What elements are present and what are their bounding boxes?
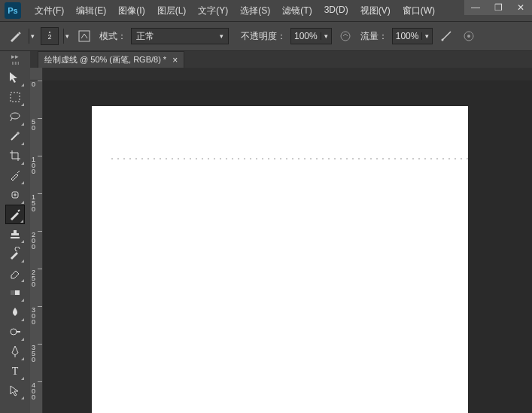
- brush-panel-icon[interactable]: [75, 27, 93, 45]
- lasso-tool[interactable]: [5, 107, 25, 126]
- options-bar: ▾ 2 ▾ 模式： 正常 ▾ 不透明度： 100% ▾ 流量： 100% ▾: [0, 22, 532, 51]
- menu-select[interactable]: 选择(S): [234, 2, 276, 20]
- menubar: Ps 文件(F) 编辑(E) 图像(I) 图层(L) 文字(Y) 选择(S) 滤…: [0, 0, 532, 21]
- vertical-ruler[interactable]: 050100150200250300350400450: [30, 80, 43, 413]
- dodge-tool[interactable]: [5, 322, 25, 342]
- mode-select[interactable]: 正常 ▾: [131, 28, 229, 44]
- workspace: 绘制虚线 @ 50% (画笔, RGB/8) * × 0501001502002…: [30, 51, 532, 413]
- stamp-tool[interactable]: [5, 224, 25, 244]
- menu-type[interactable]: 文字(Y): [192, 2, 234, 20]
- pen-tool[interactable]: [5, 342, 25, 361]
- canvas-area: 050100150200250300350400450: [30, 80, 532, 413]
- chevron-down-icon: ▾: [220, 32, 223, 40]
- svg-rect-0: [79, 31, 90, 41]
- path-select-tool[interactable]: [5, 381, 25, 400]
- chevron-down-icon: ▾: [321, 32, 328, 40]
- svg-point-10: [11, 329, 17, 335]
- mode-label: 模式：: [99, 30, 126, 43]
- tool-preset-icon[interactable]: [6, 27, 24, 45]
- move-tool[interactable]: [5, 68, 25, 87]
- wand-tool[interactable]: [5, 126, 25, 146]
- eraser-tool[interactable]: [5, 263, 25, 283]
- menu-view[interactable]: 视图(V): [354, 2, 397, 20]
- healing-tool[interactable]: [5, 185, 25, 205]
- minimize-button[interactable]: —: [464, 0, 487, 15]
- airbrush-icon[interactable]: [437, 27, 455, 45]
- svg-point-1: [341, 32, 350, 41]
- menu-file[interactable]: 文件(F): [29, 2, 70, 20]
- svg-point-2: [442, 39, 444, 41]
- toolbox-handle[interactable]: [4, 62, 26, 66]
- menu-image[interactable]: 图像(I): [112, 2, 150, 20]
- opacity-input[interactable]: 100% ▾: [290, 28, 332, 44]
- canvas[interactable]: [92, 106, 468, 413]
- menu-items: 文件(F) 编辑(E) 图像(I) 图层(L) 文字(Y) 选择(S) 滤镜(T…: [29, 2, 441, 20]
- window-controls: — ❐ ✕: [464, 0, 532, 15]
- brush-tool[interactable]: [5, 205, 25, 224]
- brush-size-value: 2: [47, 34, 51, 41]
- svg-text:T: T: [12, 366, 19, 377]
- menu-edit[interactable]: 编辑(E): [70, 2, 112, 20]
- document-tab-bar: 绘制虚线 @ 50% (画笔, RGB/8) * ×: [30, 51, 532, 68]
- mode-value: 正常: [136, 30, 154, 43]
- ruler-row: 050100150200250300350400450500550600650: [30, 68, 532, 80]
- menu-window[interactable]: 窗口(W): [397, 2, 441, 20]
- brush-size-picker[interactable]: 2: [41, 27, 59, 45]
- dotted-line-drawing: [111, 158, 448, 159]
- svg-rect-5: [11, 93, 20, 102]
- marquee-tool[interactable]: [5, 87, 25, 107]
- main-area: ▸▸ T 绘制虚线 @ 50% (画笔, RGB/8) * × 05010015…: [0, 51, 532, 413]
- ruler-corner: [30, 68, 43, 80]
- document-tab[interactable]: 绘制虚线 @ 50% (画笔, RGB/8) * ×: [38, 51, 184, 68]
- canvas-background[interactable]: [43, 80, 532, 413]
- toolbox-expand[interactable]: ▸▸: [10, 53, 20, 60]
- toolbox: ▸▸ T: [0, 51, 30, 413]
- menu-3d[interactable]: 3D(D): [318, 2, 354, 20]
- app-logo: Ps: [5, 2, 21, 19]
- menu-filter[interactable]: 滤镜(T): [276, 2, 318, 20]
- svg-point-4: [467, 35, 470, 38]
- opacity-value: 100%: [294, 31, 318, 41]
- svg-point-6: [11, 113, 20, 119]
- close-button[interactable]: ✕: [509, 0, 532, 15]
- pressure-opacity-icon[interactable]: [336, 27, 354, 45]
- svg-rect-9: [11, 290, 15, 295]
- flow-label: 流量：: [360, 30, 388, 43]
- chevron-down-icon: ▾: [421, 32, 429, 40]
- flow-input[interactable]: 100% ▾: [392, 28, 433, 44]
- gradient-tool[interactable]: [5, 283, 25, 302]
- crop-tool[interactable]: [5, 146, 25, 166]
- opacity-label: 不透明度：: [241, 30, 286, 43]
- pressure-size-icon[interactable]: [460, 27, 478, 45]
- tool-preset-dropdown[interactable]: ▾: [29, 29, 36, 44]
- menu-layer[interactable]: 图层(L): [151, 2, 193, 20]
- flow-value: 100%: [396, 31, 419, 41]
- history-brush-tool[interactable]: [5, 244, 25, 263]
- maximize-button[interactable]: ❐: [487, 0, 509, 15]
- type-tool[interactable]: T: [5, 361, 25, 381]
- brush-size-dropdown[interactable]: ▾: [63, 29, 71, 44]
- document-tab-title: 绘制虚线 @ 50% (画笔, RGB/8) *: [44, 54, 166, 65]
- close-icon[interactable]: ×: [172, 55, 178, 65]
- eyedropper-tool[interactable]: [5, 166, 25, 185]
- blur-tool[interactable]: [5, 302, 25, 322]
